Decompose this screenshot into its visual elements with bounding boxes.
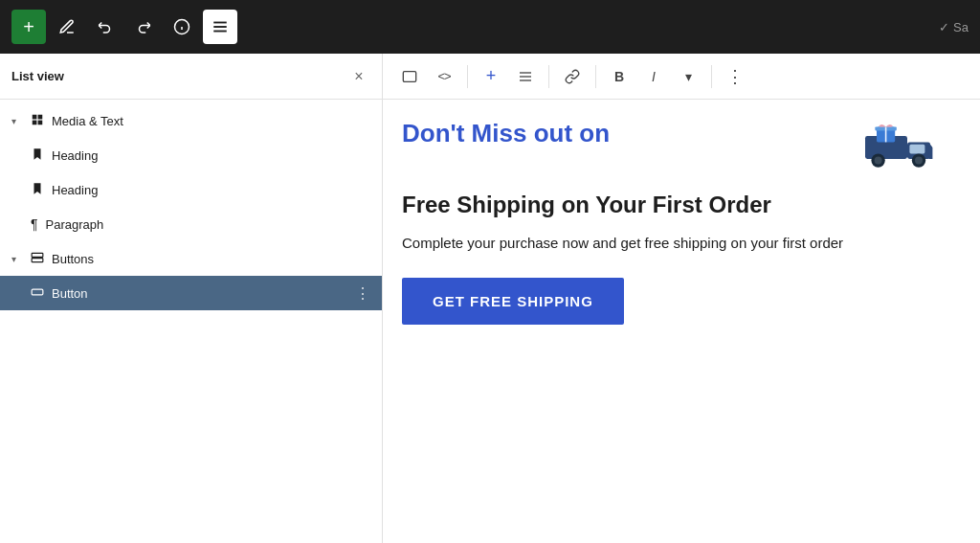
sidebar-item-label: Media & Text xyxy=(52,114,370,128)
sidebar-item-heading-1[interactable]: Heading xyxy=(0,138,382,172)
save-text: Sa xyxy=(953,20,969,34)
sidebar-item-media-text[interactable]: ▾ Media & Text xyxy=(0,103,382,138)
pilcrow-icon: ¶ xyxy=(31,216,38,232)
cta-button[interactable]: GET FREE SHIPPING xyxy=(402,278,624,325)
svg-rect-6 xyxy=(33,114,37,119)
svg-rect-8 xyxy=(33,120,37,124)
italic-button[interactable]: I xyxy=(638,61,669,92)
more-options-button[interactable]: ⋮ xyxy=(720,61,750,92)
code-view-button[interactable]: <> xyxy=(429,61,459,92)
sidebar-item-label: Buttons xyxy=(52,252,370,266)
promo-description: Complete your purchase now and get free … xyxy=(402,232,938,255)
svg-rect-12 xyxy=(32,289,43,295)
button-icon xyxy=(31,285,44,302)
promo-header: Don't Miss out on xyxy=(402,119,938,176)
grid-icon xyxy=(31,113,44,129)
sidebar-close-button[interactable]: × xyxy=(347,65,370,88)
add-button[interactable]: + xyxy=(11,10,46,44)
undo-button[interactable] xyxy=(88,10,122,44)
sidebar-content: ▾ Media & Text Heading Heading xyxy=(0,100,382,543)
toolbar-divider xyxy=(595,65,596,88)
sidebar-item-heading-2[interactable]: Heading xyxy=(0,172,382,207)
sidebar-item-button[interactable]: Button ⋮ xyxy=(0,276,382,310)
info-button[interactable] xyxy=(165,10,199,44)
promo-block: Don't Miss out on xyxy=(402,119,938,325)
add-block-button[interactable]: + xyxy=(476,61,506,92)
svg-point-26 xyxy=(915,157,923,165)
truck-delivery-icon xyxy=(861,119,938,176)
svg-rect-9 xyxy=(38,120,43,124)
main-area: List view × ▾ Media & Text Heading xyxy=(0,54,980,543)
toolbar-divider xyxy=(548,65,549,88)
svg-rect-7 xyxy=(38,114,43,119)
chevron-icon: ▾ xyxy=(11,254,23,264)
svg-rect-19 xyxy=(909,145,924,154)
link-button[interactable] xyxy=(557,61,588,92)
chevron-icon: ▾ xyxy=(11,116,23,126)
sidebar-item-label: Heading xyxy=(52,148,370,163)
sidebar-header: List view × xyxy=(0,54,382,100)
svg-point-24 xyxy=(875,157,882,165)
dropdown-button[interactable]: ▾ xyxy=(673,61,703,92)
sidebar-item-label: Button xyxy=(52,286,347,301)
block-align-button[interactable] xyxy=(394,61,425,92)
sidebar-title: List view xyxy=(11,69,64,83)
sidebar: List view × ▾ Media & Text Heading xyxy=(0,54,383,543)
item-options-icon[interactable]: ⋮ xyxy=(355,284,370,303)
align-button[interactable] xyxy=(510,61,541,92)
content-area: Don't Miss out on xyxy=(383,100,980,543)
toolbar-divider xyxy=(711,65,712,88)
promo-subheading: Don't Miss out on xyxy=(402,119,610,148)
bold-button[interactable]: B xyxy=(604,61,635,92)
list-view-button[interactable] xyxy=(203,10,237,44)
sidebar-item-label: Heading xyxy=(52,183,370,197)
sidebar-item-paragraph[interactable]: ¶ Paragraph xyxy=(0,207,382,241)
svg-rect-11 xyxy=(32,258,43,261)
main-heading: Free Shipping on Your First Order xyxy=(402,192,938,218)
svg-rect-10 xyxy=(32,253,43,257)
sidebar-item-buttons[interactable]: ▾ Buttons xyxy=(0,241,382,276)
top-toolbar: + ✓ Sa xyxy=(0,0,980,54)
pen-button[interactable] xyxy=(50,10,84,44)
bookmark-icon xyxy=(31,182,44,198)
svg-rect-13 xyxy=(403,71,415,81)
save-checkmark: ✓ xyxy=(939,20,949,34)
sidebar-item-label: Paragraph xyxy=(46,217,370,232)
secondary-toolbar: <> + B I ▾ ⋮ xyxy=(383,54,980,100)
layout-icon xyxy=(31,251,44,267)
redo-button[interactable] xyxy=(126,10,161,44)
bookmark-icon xyxy=(31,147,44,164)
save-indicator: ✓ Sa xyxy=(939,20,969,34)
toolbar-divider xyxy=(467,65,468,88)
